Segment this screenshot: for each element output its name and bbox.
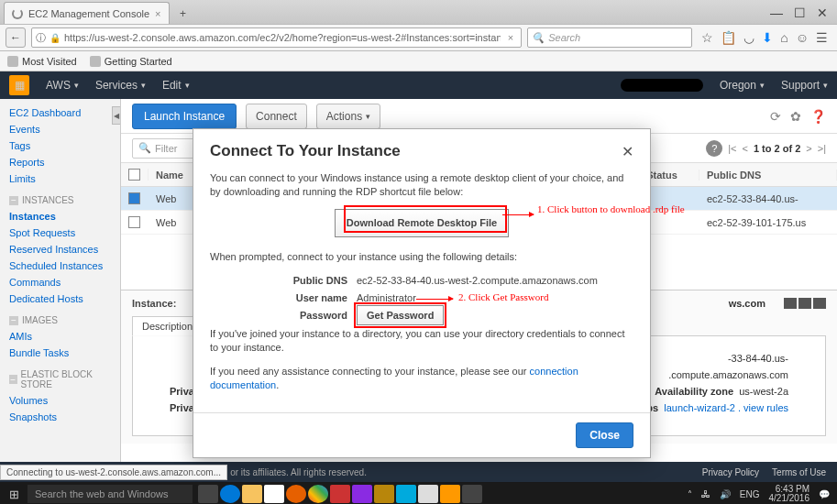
app-icon[interactable] (374, 485, 394, 503)
tray-expand-icon[interactable]: ˄ (688, 489, 692, 499)
store-icon[interactable] (264, 485, 284, 503)
get-password-button[interactable]: Get Password (357, 305, 444, 325)
col-dns[interactable]: Public DNS (699, 170, 837, 181)
edit-menu[interactable]: Edit▾ (162, 79, 190, 92)
annotation-box (354, 302, 446, 328)
modal-close-button[interactable]: Close (576, 422, 633, 448)
sidebar-bundle-tasks[interactable]: Bundle Tasks (0, 345, 120, 361)
download-icon[interactable]: ⬇ (762, 30, 773, 45)
help-badge-icon[interactable]: ? (706, 140, 722, 157)
sidebar-limits[interactable]: Limits (0, 170, 120, 187)
aws-logo-icon[interactable]: ▦ (9, 75, 29, 95)
sidebar-group-instances[interactable]: INSTANCES (0, 192, 120, 208)
explorer-icon[interactable] (242, 485, 262, 503)
sidebar-events[interactable]: Events (0, 121, 120, 137)
star-icon[interactable]: ☆ (701, 30, 713, 45)
view-icon[interactable] (798, 298, 811, 309)
actions-button[interactable]: Actions▾ (316, 104, 380, 129)
view-icon[interactable] (784, 298, 797, 309)
pagination-text: 1 to 2 of 2 (754, 143, 800, 154)
search-icon: 🔍 (532, 32, 545, 44)
launch-instance-button[interactable]: Launch Instance (132, 104, 237, 129)
taskbar-clock[interactable]: 6:43 PM 4/21/2016 (769, 485, 810, 503)
clear-url-icon[interactable]: × (504, 32, 517, 43)
privacy-link[interactable]: Privacy Policy (702, 467, 759, 477)
first-page-icon[interactable]: |< (728, 143, 736, 154)
address-bar: ← ⓘ 🔒 https://us-west-2.console.aws.amaz… (0, 24, 837, 51)
edge-icon[interactable] (220, 485, 240, 503)
refresh-icon[interactable]: ⟳ (770, 109, 781, 124)
sidebar-scheduled-instances[interactable]: Scheduled Instances (0, 257, 120, 274)
sidebar-amis[interactable]: AMIs (0, 328, 120, 345)
menu-icon[interactable]: ☰ (816, 30, 828, 45)
app-icon[interactable] (352, 485, 372, 503)
lock-icon: 🔒 (50, 33, 61, 43)
sidebar-reserved-instances[interactable]: Reserved Instances (0, 241, 120, 257)
sidebar-dedicated-hosts[interactable]: Dedicated Hosts (0, 290, 120, 307)
connect-button[interactable]: Connect (246, 104, 307, 129)
sidebar-reports[interactable]: Reports (0, 154, 120, 170)
close-window-icon[interactable]: ✕ (817, 5, 828, 20)
app-icon[interactable] (330, 485, 350, 503)
app-icon[interactable] (396, 485, 416, 503)
url-text: https://us-west-2.console.aws.amazon.com… (64, 32, 501, 43)
chrome-icon[interactable] (308, 485, 328, 503)
last-page-icon[interactable]: >| (818, 143, 826, 154)
help-icon[interactable]: ❓ (810, 109, 826, 124)
modal-title: Connect To Your Instance (210, 142, 401, 160)
next-page-icon[interactable]: > (806, 143, 811, 154)
app-icon[interactable] (418, 485, 438, 503)
clipboard-icon[interactable]: 📋 (721, 30, 736, 45)
home-icon[interactable]: ⌂ (780, 30, 787, 45)
bookmark-most-visited[interactable]: Most Visited (7, 56, 77, 67)
browser-tab[interactable]: EC2 Management Console × (4, 2, 170, 24)
modal-directory-text: If you've joined your instance to a dire… (210, 327, 633, 356)
modal-close-icon[interactable]: ✕ (622, 143, 633, 160)
services-menu[interactable]: Services▾ (95, 79, 146, 92)
network-icon[interactable]: 🖧 (701, 489, 710, 499)
settings-icon[interactable]: ✿ (790, 109, 801, 124)
ec2-sidebar: ◀ EC2 Dashboard Events Tags Reports Limi… (0, 99, 121, 462)
pocket-icon[interactable]: ◡ (743, 30, 754, 45)
row-checkbox[interactable] (128, 192, 140, 204)
view-icon[interactable] (813, 298, 826, 309)
sync-icon[interactable]: ☺ (796, 30, 809, 45)
sidebar-ec2-dashboard[interactable]: EC2 Dashboard (0, 104, 120, 121)
browser-search-input[interactable]: 🔍 Search (527, 27, 692, 48)
minimize-icon[interactable]: — (770, 5, 783, 20)
notifications-icon[interactable]: 💬 (819, 489, 830, 499)
select-all-checkbox[interactable] (128, 169, 140, 181)
close-tab-icon[interactable]: × (155, 8, 160, 19)
sidebar-instances[interactable]: Instances (0, 208, 120, 225)
sidebar-commands[interactable]: Commands (0, 274, 120, 290)
sidebar-group-images[interactable]: IMAGES (0, 312, 120, 328)
bookmark-getting-started[interactable]: Getting Started (90, 56, 172, 67)
volume-icon[interactable]: 🔊 (720, 489, 731, 499)
row-checkbox[interactable] (128, 216, 140, 228)
maximize-icon[interactable]: ☐ (794, 5, 806, 20)
sidebar-snapshots[interactable]: Snapshots (0, 409, 120, 425)
task-view-icon[interactable] (198, 485, 218, 503)
sidebar-group-ebs[interactable]: ELASTIC BLOCK STORE (0, 367, 120, 392)
terms-link[interactable]: Terms of Use (772, 467, 826, 477)
collapse-sidebar-icon[interactable]: ◀ (112, 106, 121, 125)
browser-tab-strip: EC2 Management Console × + — ☐ ✕ (0, 0, 837, 24)
firefox-icon[interactable] (286, 485, 306, 503)
sidebar-spot-requests[interactable]: Spot Requests (0, 225, 120, 241)
url-input[interactable]: ⓘ 🔒 https://us-west-2.console.aws.amazon… (31, 27, 522, 48)
aws-menu[interactable]: AWS▾ (46, 79, 79, 92)
sidebar-tags[interactable]: Tags (0, 137, 120, 154)
prev-page-icon[interactable]: < (743, 143, 748, 154)
start-button[interactable]: ⊞ (0, 488, 28, 501)
cortana-search-input[interactable]: Search the web and Windows (28, 485, 193, 503)
back-button[interactable]: ← (6, 27, 26, 48)
app-icon[interactable] (462, 485, 482, 503)
support-menu[interactable]: Support▾ (781, 79, 828, 92)
region-menu[interactable]: Oregon▾ (720, 79, 765, 92)
language-indicator[interactable]: ENG (740, 489, 760, 499)
app-icon[interactable] (440, 485, 460, 503)
connect-modal: Connect To Your Instance ✕ You can conne… (193, 128, 651, 458)
sidebar-volumes[interactable]: Volumes (0, 392, 120, 409)
new-tab-button[interactable]: + (173, 4, 193, 24)
account-redacted (621, 79, 703, 92)
